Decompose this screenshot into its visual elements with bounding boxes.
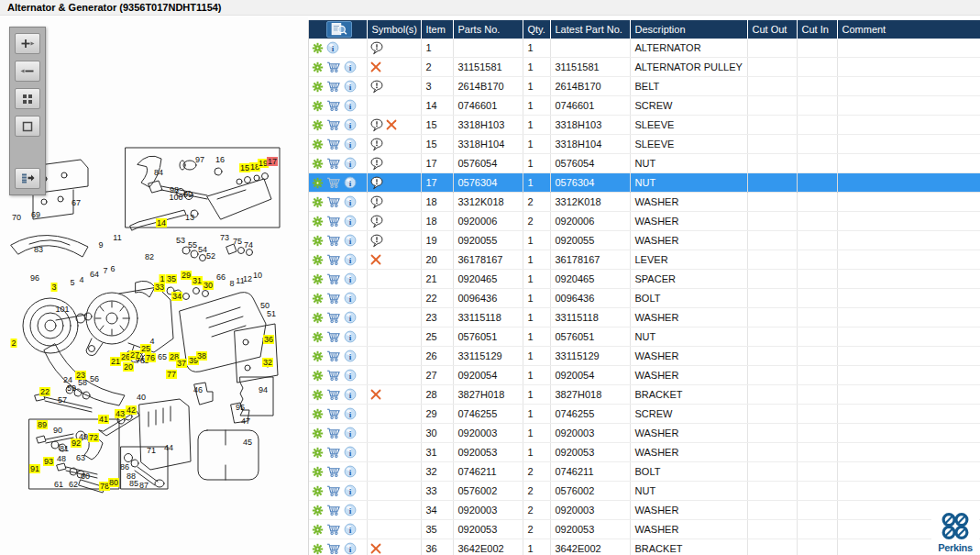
diagram-callout-65[interactable]: 65 [157, 352, 168, 361]
add-to-cart-icon[interactable] [326, 542, 341, 555]
diagram-callout-94[interactable]: 94 [258, 385, 269, 394]
config-gear-icon[interactable] [312, 312, 324, 324]
add-to-cart-icon[interactable] [326, 176, 341, 189]
config-gear-icon[interactable] [312, 216, 324, 228]
config-gear-icon[interactable] [312, 177, 324, 189]
diagram-callout-70[interactable]: 70 [11, 213, 22, 222]
diagram-callout-80[interactable]: 80 [108, 478, 119, 487]
diagram-callout-9[interactable]: 9 [97, 240, 104, 250]
table-row[interactable]: i29074625510746255SCREW [309, 405, 980, 424]
info-icon[interactable]: i [344, 523, 357, 536]
config-gear-icon[interactable] [312, 254, 324, 266]
diagram-callout-38[interactable]: 38 [196, 351, 207, 361]
table-row[interactable]: i 183312K01823312K018WASHER [309, 193, 980, 212]
add-to-cart-icon[interactable] [326, 350, 341, 362]
diagram-callout-2[interactable]: 2 [10, 339, 17, 348]
add-to-cart-icon[interactable] [326, 272, 341, 285]
diagram-callout-90[interactable]: 90 [52, 426, 63, 435]
diagram-callout-30[interactable]: 30 [203, 281, 214, 290]
table-row[interactable]: i 2036178167136178167LEVER [309, 250, 980, 270]
add-to-cart-icon[interactable] [326, 407, 341, 420]
diagram-callout-71[interactable]: 71 [146, 446, 157, 455]
add-to-cart-icon[interactable] [326, 80, 341, 93]
info-icon[interactable]: i [344, 465, 357, 478]
diagram-callout-6[interactable]: 6 [109, 264, 116, 273]
diagram-callout-34[interactable]: 34 [171, 292, 182, 301]
config-gear-icon[interactable] [312, 100, 324, 112]
diagram-callout-89[interactable]: 89 [37, 420, 48, 429]
add-to-cart-icon[interactable] [326, 504, 341, 516]
column-header-cut-out[interactable]: Cut Out [747, 20, 797, 39]
add-to-cart-icon[interactable] [326, 311, 341, 324]
config-gear-icon[interactable] [312, 61, 324, 73]
diagram-callout-81[interactable]: 81 [59, 444, 70, 453]
diagram-callout-4[interactable]: 4 [78, 275, 84, 284]
diagram-callout-95[interactable]: 95 [235, 403, 246, 412]
config-gear-icon[interactable] [312, 350, 324, 362]
diagram-callout-3[interactable]: 3 [50, 283, 57, 292]
diagram-callout-78[interactable]: 78 [135, 356, 146, 365]
zoom-out-button[interactable] [15, 61, 40, 82]
column-header-symbols[interactable]: Symbol(s) [367, 20, 421, 39]
diagram-callout-5[interactable]: 5 [69, 278, 75, 287]
config-gear-icon[interactable] [312, 427, 324, 439]
info-icon[interactable]: i [344, 388, 357, 401]
config-gear-icon[interactable] [312, 505, 324, 516]
diagram-callout-36[interactable]: 36 [263, 335, 274, 344]
info-icon[interactable]: i [344, 80, 357, 93]
config-gear-icon[interactable] [312, 447, 324, 459]
info-icon[interactable]: i [344, 427, 357, 439]
table-row[interactable]: i 153318H10413318H104SLEEVE [309, 135, 980, 154]
diagram-callout-99[interactable]: 99 [182, 190, 193, 199]
diagram-callout-32[interactable]: 32 [262, 358, 273, 367]
diagram-callout-48[interactable]: 48 [56, 454, 67, 463]
diagram-callout-47[interactable]: 47 [240, 416, 251, 426]
diagram-callout-73[interactable]: 73 [219, 233, 230, 242]
add-to-cart-icon[interactable] [326, 138, 341, 150]
config-gear-icon[interactable] [312, 524, 324, 536]
info-icon[interactable]: i [344, 215, 357, 228]
table-row[interactable]: i 18092000620920006WASHER [309, 212, 980, 231]
table-row[interactable]: i 231151581131151581ALTERNATOR PULLEY [309, 58, 980, 77]
config-gear-icon[interactable] [312, 543, 324, 555]
table-row[interactable]: i33057600220576002NUT [309, 482, 980, 501]
diagram-callout-93[interactable]: 93 [43, 457, 54, 466]
diagram-callout-69[interactable]: 69 [30, 210, 41, 219]
diagram-callout-61[interactable]: 61 [53, 480, 64, 489]
add-to-cart-icon[interactable] [326, 234, 341, 247]
config-gear-icon[interactable] [312, 408, 324, 420]
add-to-cart-icon[interactable] [326, 157, 341, 170]
config-gear-icon[interactable] [312, 119, 324, 131]
diagram-callout-37[interactable]: 37 [176, 359, 187, 368]
diagram-callout-84[interactable]: 84 [153, 168, 164, 177]
diagram-callout-43[interactable]: 43 [115, 409, 126, 418]
add-to-cart-icon[interactable] [326, 253, 341, 266]
config-gear-icon[interactable] [312, 293, 324, 305]
info-icon[interactable]: i [344, 272, 357, 285]
diagram-callout-100[interactable]: 100 [168, 193, 183, 202]
add-to-cart-icon[interactable] [326, 118, 341, 131]
add-to-cart-icon[interactable] [326, 292, 341, 305]
config-gear-icon[interactable] [312, 235, 324, 247]
diagram-callout-57[interactable]: 57 [57, 395, 68, 405]
info-icon[interactable]: i [344, 176, 357, 189]
diagram-callout-11[interactable]: 11 [112, 233, 122, 242]
diagram-callout-17[interactable]: 17 [267, 157, 278, 166]
diagram-callout-62[interactable]: 62 [68, 480, 79, 489]
config-gear-icon[interactable] [312, 273, 324, 285]
diagram-callout-41[interactable]: 41 [98, 415, 109, 424]
column-header-comment[interactable]: Comment [837, 20, 980, 39]
column-header-cut-in[interactable]: Cut In [797, 20, 837, 39]
column-header-item[interactable]: Item [421, 20, 453, 39]
add-to-cart-icon[interactable] [326, 369, 341, 382]
column-header-actions[interactable] [309, 20, 367, 39]
table-row[interactable]: i 19092005510920055WASHER [309, 231, 980, 250]
config-gear-icon[interactable] [312, 485, 324, 497]
export-list-button[interactable] [15, 168, 40, 189]
column-header-parts-no[interactable]: Parts No. [453, 20, 523, 39]
diagram-callout-56[interactable]: 56 [89, 374, 100, 383]
config-gear-icon[interactable] [312, 139, 324, 150]
diagram-callout-87[interactable]: 87 [138, 481, 149, 490]
diagram-callout-96[interactable]: 96 [29, 273, 40, 283]
diagram-callout-64[interactable]: 64 [89, 270, 100, 279]
